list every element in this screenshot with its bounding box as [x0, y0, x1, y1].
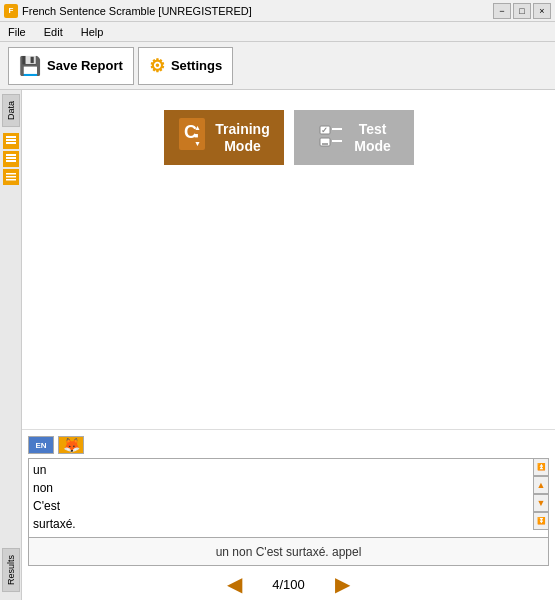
content-area: C ▲ ■ ▼ Training Mode ✓ [22, 90, 555, 600]
word-line-2: C'est [33, 497, 544, 515]
maximize-button[interactable]: □ [513, 3, 531, 19]
test-mode-button[interactable]: ✓ Test Mode [294, 110, 414, 165]
test-mode-icon: ✓ [316, 118, 346, 157]
navigation-bar: ◀ 4/100 ▶ [28, 566, 549, 600]
french-flag[interactable]: 🦊 [58, 436, 84, 454]
sentence-text: un non C'est surtaxé. appel [216, 545, 362, 559]
sidebar-tab-data[interactable]: Data [2, 94, 20, 127]
svg-rect-7 [6, 176, 16, 178]
settings-label: Settings [171, 58, 222, 73]
svg-rect-8 [6, 179, 16, 181]
svg-rect-3 [6, 154, 16, 156]
minimize-button[interactable]: − [493, 3, 511, 19]
title-bar-left: F French Sentence Scramble [UNREGISTERED… [4, 4, 252, 18]
svg-rect-5 [6, 160, 16, 162]
svg-text:✓: ✓ [321, 126, 328, 135]
app-icon: F [4, 4, 18, 18]
next-button[interactable]: ▶ [335, 572, 350, 596]
save-report-icon: 💾 [19, 55, 41, 77]
scroll-up-button[interactable]: ▲ [533, 476, 549, 494]
menu-file[interactable]: File [4, 24, 30, 40]
sentence-display: un non C'est surtaxé. appel [28, 538, 549, 566]
svg-rect-0 [6, 136, 16, 138]
svg-rect-2 [6, 142, 16, 144]
test-mode-text: Test Mode [354, 121, 391, 155]
scroll-down-button[interactable]: ▼ [533, 494, 549, 512]
mode-buttons: C ▲ ■ ▼ Training Mode ✓ [22, 90, 555, 175]
settings-button[interactable]: ⚙ Settings [138, 47, 233, 85]
english-flag[interactable]: EN [28, 436, 54, 454]
training-mode-button[interactable]: C ▲ ■ ▼ Training Mode [164, 110, 284, 165]
sidebar-icon-2[interactable] [3, 151, 19, 167]
menu-edit[interactable]: Edit [40, 24, 67, 40]
sidebar-icons [3, 133, 19, 185]
sidebar-tab-results[interactable]: Results [2, 548, 20, 592]
svg-text:▲: ▲ [194, 124, 201, 131]
save-report-label: Save Report [47, 58, 123, 73]
main-area: Data Results C ▲ [0, 90, 555, 600]
toolbar: 💾 Save Report ⚙ Settings [0, 42, 555, 90]
training-mode-icon: C ▲ ■ ▼ [177, 116, 207, 159]
menu-help[interactable]: Help [77, 24, 108, 40]
sidebar: Data Results [0, 90, 22, 600]
word-list-wrapper: un non C'est surtaxé. appel ⏫ ▲ ▼ ⏬ [28, 458, 549, 538]
svg-rect-17 [320, 138, 330, 146]
title-bar: F French Sentence Scramble [UNREGISTERED… [0, 0, 555, 22]
title-bar-text: French Sentence Scramble [UNREGISTERED] [22, 5, 252, 17]
svg-rect-1 [6, 139, 16, 141]
svg-rect-14 [318, 120, 344, 152]
close-button[interactable]: × [533, 3, 551, 19]
svg-rect-4 [6, 157, 16, 159]
language-flags: EN 🦊 [28, 436, 549, 454]
training-mode-text: Training Mode [215, 121, 269, 155]
sidebar-icon-3[interactable] [3, 169, 19, 185]
word-list-box: un non C'est surtaxé. appel [28, 458, 549, 538]
sidebar-icon-1[interactable] [3, 133, 19, 149]
bottom-area: EN 🦊 un non C'est surtaxé. appel ⏫ ▲ ▼ ⏬ [22, 429, 555, 600]
page-indicator: 4/100 [272, 577, 305, 592]
scroll-arrows: ⏫ ▲ ▼ ⏬ [533, 458, 549, 530]
word-line-3: surtaxé. [33, 515, 544, 533]
prev-button[interactable]: ◀ [227, 572, 242, 596]
word-line-0: un [33, 461, 544, 479]
settings-icon: ⚙ [149, 55, 165, 77]
scroll-bottom-button[interactable]: ⏬ [533, 512, 549, 530]
svg-rect-6 [6, 173, 16, 175]
svg-text:■: ■ [194, 132, 198, 139]
word-line-4: appel [33, 533, 544, 538]
svg-text:▼: ▼ [194, 140, 201, 147]
word-line-1: non [33, 479, 544, 497]
title-bar-controls: − □ × [493, 3, 551, 19]
save-report-button[interactable]: 💾 Save Report [8, 47, 134, 85]
menu-bar: File Edit Help [0, 22, 555, 42]
scroll-top-button[interactable]: ⏫ [533, 458, 549, 476]
